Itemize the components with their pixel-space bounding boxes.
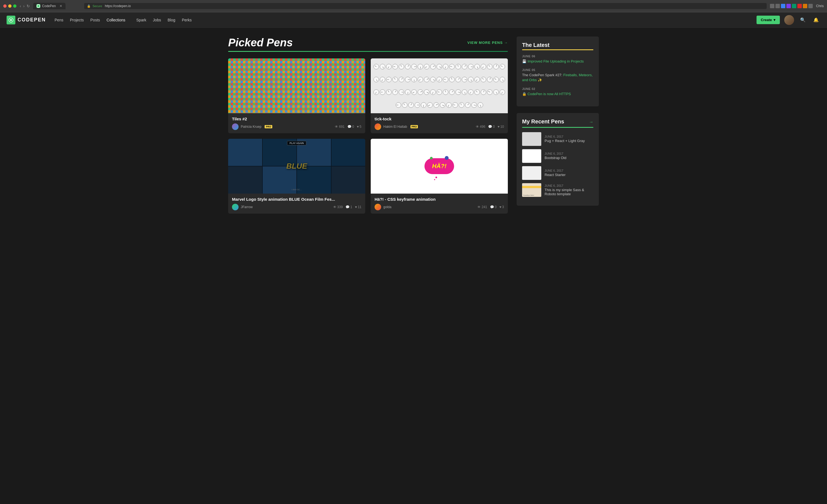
pen-card-ha[interactable]: HÄ?! Hä?! - CSS keyframe animation golda — [371, 139, 508, 214]
recent-divider — [522, 127, 593, 128]
latest-link-2[interactable]: Fireballs, Meteors, and Orbs ✨ — [522, 73, 592, 82]
recent-item-bootstrap[interactable]: JUNE 6, 2017 Bootstrap Old — [522, 149, 593, 163]
ext-icon-2[interactable] — [775, 4, 780, 8]
recent-info-sass: JUNE 6, 2017 This is my simple Sass & Ro… — [545, 184, 593, 196]
pen-info-ha: Hä?! - CSS keyframe animation golda 👁 24… — [371, 194, 508, 214]
pen-stats-tiles: 👁 691 💬 0 ♥ 5 — [335, 125, 361, 129]
pen-comments-tiles: 💬 0 — [347, 125, 354, 129]
pen-thumbnail-ha: HÄ?! — [371, 139, 508, 194]
recent-item-react[interactable]: JUNE 6, 2017 React Starter — [522, 166, 593, 180]
nav-perks[interactable]: Perks — [182, 18, 192, 22]
latest-section: The Latest JUNE 06 💾 Improved File Uploa… — [517, 37, 599, 106]
nav-blog[interactable]: Blog — [167, 18, 175, 22]
avatar-image — [784, 15, 794, 25]
ext-icon-6[interactable] — [797, 4, 802, 8]
latest-link-3[interactable]: CodePen is now All HTTPS — [528, 92, 571, 96]
minimize-dot[interactable] — [8, 4, 11, 8]
ext-icon-1[interactable] — [770, 4, 774, 8]
latest-divider — [522, 49, 593, 50]
secure-icon: 🔒 — [87, 4, 91, 8]
notification-button[interactable]: 🔔 — [812, 16, 820, 24]
ha-background: HÄ?! — [371, 139, 508, 194]
nav-pens[interactable]: Pens — [55, 18, 63, 22]
eye-icon: 👁 — [335, 125, 338, 129]
pen-meta-ha: golda 👁 241 💬 0 ♥ — [375, 204, 504, 210]
browser-username: Chris — [816, 4, 824, 8]
heart-icon: ♥ — [499, 205, 501, 209]
heart-icon: ♥ — [355, 205, 357, 209]
pen-author-marvel: JFarrow — [232, 204, 252, 210]
recent-info-react: JUNE 6, 2017 React Starter — [545, 169, 593, 177]
recent-info-pug: JUNE 6, 2017 Pug + React + Light Gray — [545, 135, 593, 143]
address-bar[interactable]: 🔒 Secure https://codepen.io — [84, 3, 767, 9]
maximize-dot[interactable] — [13, 4, 16, 8]
latest-link-1[interactable]: Improved File Uploading in Projects — [528, 59, 584, 63]
pens-divider — [228, 51, 508, 52]
pen-views-marvel: 👁 339 — [333, 205, 343, 209]
create-button[interactable]: Create ▾ — [757, 16, 780, 24]
recent-date-sass: JUNE 6, 2017 — [545, 184, 593, 187]
nav-links: Pens Projects Posts Collections Spark Jo… — [55, 18, 192, 22]
author-name-tick-tock: Hakim El Hattab — [383, 125, 407, 129]
pen-card-tiles[interactable]: Tiles #2 Patricia Kruep PRO 👁 691 — [228, 58, 365, 133]
pen-card-marvel[interactable]: PLAY AGAIN BLUE I AM OC... Marvel Logo S… — [228, 139, 365, 214]
ext-icon-4[interactable] — [786, 4, 791, 8]
logo-icon — [7, 16, 15, 24]
nav-jobs[interactable]: Jobs — [153, 18, 161, 22]
avatar[interactable] — [784, 15, 794, 25]
recent-item-pug[interactable]: JUNE 6, 2017 Pug + React + Light Gray — [522, 132, 593, 146]
close-dot[interactable] — [3, 4, 7, 8]
speech-bubble-text: HÄ?! — [432, 163, 447, 170]
author-avatar-marvel — [232, 204, 239, 210]
search-button[interactable]: 🔍 — [798, 16, 807, 24]
nav-posts[interactable]: Posts — [91, 18, 100, 22]
new-tab-button[interactable] — [70, 2, 81, 10]
pen-views-tick-tock: 👁 496 — [476, 125, 485, 129]
nav-collections[interactable]: Collections — [107, 18, 125, 22]
url-text: https://codepen.io — [105, 4, 131, 8]
pen-hearts-marvel: ♥ 11 — [355, 205, 361, 209]
tab-favicon — [37, 4, 40, 8]
browser-extensions — [770, 4, 813, 8]
forward-button[interactable]: › — [23, 4, 25, 8]
bubble-dot-4 — [434, 179, 435, 180]
reload-button[interactable]: ↻ — [27, 4, 30, 8]
latest-item-2: JUNE 05 The CodePen Spark #27: Fireballs… — [522, 68, 593, 83]
ext-icon-8[interactable] — [808, 4, 813, 8]
pen-author-ha: golda — [375, 204, 391, 210]
ext-icon-5[interactable] — [792, 4, 796, 8]
latest-date-1: JUNE 06 — [522, 55, 593, 58]
logo[interactable]: CODEPEN — [7, 16, 46, 24]
nav-projects[interactable]: Projects — [70, 18, 84, 22]
recent-title-pug: Pug + React + Light Gray — [545, 139, 593, 143]
pen-card-tick-tock[interactable]: tick-tock Hakim El Hattab PRO 👁 496 — [371, 58, 508, 133]
svg-point-0 — [37, 4, 40, 7]
speech-bubble: HÄ?! — [425, 158, 454, 174]
pen-info-marvel: Marvel Logo Style animation BLUE Ocean F… — [228, 194, 365, 214]
tab-close[interactable]: ✕ — [59, 4, 62, 8]
view-more-link[interactable]: VIEW MORE PENS → — [468, 41, 508, 45]
nav-spark[interactable]: Spark — [136, 18, 146, 22]
recent-item-sass[interactable]: Goodbye folks! JUNE 6, 2017 This is my s… — [522, 183, 593, 197]
recent-date-bootstrap: JUNE 6, 2017 — [545, 152, 593, 155]
pen-stats-marvel: 👁 339 💬 1 ♥ 11 — [333, 205, 361, 209]
main-content: Picked Pens VIEW MORE PENS → Tiles #2 — [222, 28, 605, 222]
pen-hearts-tick-tock: ♥ 10 — [498, 125, 504, 129]
latest-title: The Latest — [522, 42, 593, 48]
bell-icon: 🔔 — [813, 17, 819, 22]
browser-tab[interactable]: CodePen ✕ — [33, 3, 65, 9]
pen-info-tiles: Tiles #2 Patricia Kruep PRO 👁 691 — [228, 113, 365, 133]
pen-stats-ha: 👁 241 💬 0 ♥ 3 — [477, 205, 504, 209]
pen-comments-ha: 💬 0 — [490, 205, 497, 209]
ext-icon-3[interactable] — [781, 4, 785, 8]
ext-icon-7[interactable] — [803, 4, 807, 8]
sidebar: The Latest JUNE 06 💾 Improved File Uploa… — [517, 37, 599, 214]
back-button[interactable]: ‹ — [20, 4, 21, 8]
pen-hearts-tiles: ♥ 5 — [357, 125, 361, 129]
bubble-dot-3 — [435, 177, 437, 178]
pen-author-tiles: Patricia Kruep PRO — [232, 123, 272, 130]
pen-views-ha: 👁 241 — [477, 205, 487, 209]
pen-comments-tick-tock: 💬 0 — [488, 125, 495, 129]
recent-arrow-icon[interactable]: → — [589, 119, 593, 124]
heart-icon: ♥ — [498, 125, 500, 129]
